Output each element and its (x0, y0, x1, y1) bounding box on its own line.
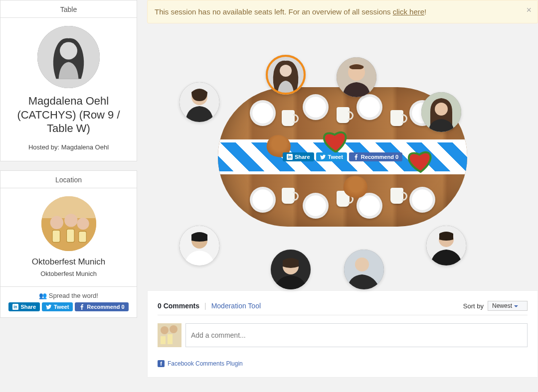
center-share-row: in Share Tweet Recommend 0 (283, 152, 402, 161)
sort-label: Sort by (463, 302, 484, 310)
beer-mug-icon (282, 110, 295, 126)
svg-rect-31 (161, 336, 166, 344)
twitter-icon (46, 304, 52, 310)
gingerbread-heart-icon (320, 126, 350, 154)
plate-icon (303, 193, 329, 219)
seat-bottom-left[interactable] (179, 226, 219, 265)
hosted-by: Hosted by: Magdalena Oehl (6, 143, 131, 151)
chevron-down-icon (514, 305, 518, 307)
plate-icon (250, 100, 276, 126)
beer-mug-icon (337, 107, 350, 123)
spread-label: 👥 Spread the word! (5, 292, 132, 299)
comment-input[interactable] (185, 323, 528, 347)
svg-point-4 (50, 216, 63, 229)
location-image[interactable] (41, 196, 96, 251)
seat-bottom-lcenter[interactable] (271, 250, 311, 289)
plate-icon (357, 94, 382, 120)
users-icon: 👥 (39, 292, 47, 299)
location-card-header: Location (0, 171, 137, 188)
facebook-icon (353, 154, 359, 160)
svg-point-5 (64, 214, 77, 227)
twitter-icon (320, 154, 326, 160)
alert-link[interactable]: click here (393, 7, 424, 16)
facebook-icon (79, 304, 85, 310)
host-name: Magdalena Oehl (CATCHYS) (Row 9 / Table … (6, 94, 131, 135)
center-share-twitter-button[interactable]: Tweet (316, 152, 347, 161)
svg-point-34 (170, 325, 178, 333)
table-card-header: Table (0, 0, 137, 18)
seat-top-left[interactable] (179, 82, 219, 122)
gingerbread-heart-icon (404, 146, 435, 174)
sort-select[interactable]: Newest (488, 301, 528, 311)
plate-icon (303, 94, 329, 120)
share-linkedin-button[interactable]: in Share (8, 302, 40, 311)
seat-right[interactable] (421, 92, 461, 132)
share-facebook-button[interactable]: Recommend 0 (75, 302, 128, 311)
linkedin-icon: in (12, 304, 18, 310)
seat-bottom-right[interactable] (426, 226, 466, 265)
svg-rect-9 (78, 231, 86, 242)
plate-icon (409, 187, 435, 213)
comments-count: 0 Comments (158, 302, 199, 310)
svg-text:in: in (288, 155, 291, 159)
comments-card: 0 Comments | Moderation Tool Sort by New… (147, 290, 538, 378)
center-share-facebook-button[interactable]: Recommend 0 (349, 152, 402, 161)
close-icon[interactable]: × (526, 5, 532, 14)
svg-rect-7 (52, 230, 60, 242)
linkedin-icon: in (287, 154, 293, 160)
svg-point-15 (280, 65, 292, 77)
no-seats-alert: This session has no available seats left… (147, 0, 538, 23)
beer-mug-icon (282, 188, 295, 204)
location-subtitle: Oktoberfest Munich (6, 270, 131, 277)
center-share-linkedin-button[interactable]: in Share (283, 152, 314, 161)
separator: | (204, 302, 206, 310)
beer-mug-icon (390, 188, 403, 204)
svg-point-23 (355, 258, 369, 271)
commenter-avatar (158, 323, 181, 347)
seat-top-right[interactable] (337, 57, 376, 97)
alert-text: This session has no available seats left… (155, 7, 393, 16)
seat-bottom-rcenter[interactable] (344, 250, 384, 289)
seat-top-center[interactable] (266, 55, 306, 95)
location-title: Oktoberfest Munich (6, 257, 131, 267)
svg-point-6 (77, 217, 89, 229)
alert-text-after: ! (424, 7, 426, 16)
svg-rect-8 (66, 229, 74, 242)
facebook-icon: f (158, 360, 165, 367)
svg-rect-32 (168, 334, 173, 344)
svg-point-1 (60, 42, 77, 60)
table-layout: in Share Tweet Recommend 0 (147, 32, 538, 281)
beer-mug-icon (390, 110, 403, 126)
plate-icon (250, 187, 276, 213)
location-card: Location Oktoberfest Munich Oktob (0, 170, 137, 318)
table-card: Table Magdalena Oehl (CATCHYS) (Row 9 / … (0, 0, 137, 161)
moderation-tool-link[interactable]: Moderation Tool (211, 302, 261, 310)
svg-text:in: in (14, 305, 17, 309)
host-avatar[interactable] (37, 26, 100, 88)
share-twitter-button[interactable]: Tweet (42, 302, 73, 311)
facebook-comments-plugin-link[interactable]: f Facebook Comments Plugin (158, 360, 243, 367)
svg-point-19 (435, 103, 448, 116)
svg-point-33 (161, 326, 169, 334)
